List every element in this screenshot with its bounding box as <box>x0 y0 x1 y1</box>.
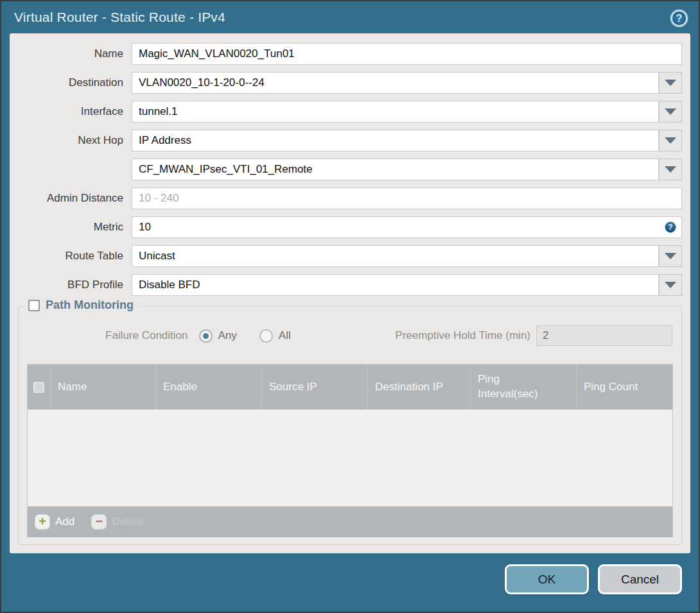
route-table-label: Route Table <box>10 245 132 267</box>
chevron-down-icon <box>665 80 676 86</box>
destination-label: Destination <box>10 72 132 94</box>
destination-row: Destination <box>10 72 690 94</box>
chevron-down-icon <box>665 108 676 115</box>
radio-unselected-icon <box>259 329 273 343</box>
column-header-ping-count: Ping Count <box>577 365 672 410</box>
title-bar: Virtual Router - Static Route - IPv4 ? <box>1 1 699 33</box>
preemptive-hold-time-label: Preemptive Hold Time (min) <box>395 329 530 342</box>
chevron-down-icon <box>665 137 676 144</box>
dialog-button-bar: OK Cancel <box>505 564 682 594</box>
route-table-row: Route Table <box>10 245 690 267</box>
next-hop-address-input[interactable] <box>132 159 659 180</box>
select-all-header-cell <box>28 365 51 410</box>
chevron-down-icon <box>665 253 676 259</box>
bfd-profile-label: BFD Profile <box>10 274 132 296</box>
column-header-enable: Enable <box>156 365 262 410</box>
add-button-label: Add <box>55 515 74 528</box>
bfd-profile-input[interactable] <box>132 274 659 296</box>
column-header-name: Name <box>51 365 156 410</box>
chevron-down-icon <box>665 166 676 173</box>
next-hop-address-row <box>10 159 690 180</box>
metric-help-icon[interactable]: ? <box>665 221 676 233</box>
path-monitoring-group: Path Monitoring Failure Condition Any Al… <box>18 306 682 545</box>
metric-row: Metric ? <box>10 216 690 238</box>
path-monitoring-legend: Path Monitoring <box>24 298 138 312</box>
next-hop-type-input[interactable] <box>132 130 659 151</box>
column-header-source-ip: Source IP <box>262 365 368 410</box>
interface-dropdown-button[interactable] <box>659 101 682 123</box>
metric-label: Metric <box>10 216 132 238</box>
failure-condition-label: Failure Condition <box>105 329 188 342</box>
failure-condition-all-label: All <box>279 329 291 342</box>
column-header-destination-ip: Destination IP <box>368 365 471 410</box>
metric-input[interactable] <box>132 216 682 238</box>
interface-input[interactable] <box>132 101 659 123</box>
route-table-dropdown-button[interactable] <box>659 245 682 267</box>
chevron-down-icon <box>665 282 676 288</box>
next-hop-address-dropdown-button[interactable] <box>659 159 682 180</box>
path-monitoring-table: Name Enable Source IP Destination IP Pin… <box>27 364 673 537</box>
bfd-profile-row: BFD Profile <box>10 274 690 296</box>
ok-button[interactable]: OK <box>505 564 589 594</box>
add-plus-icon: + <box>35 514 50 530</box>
name-input[interactable] <box>132 43 682 65</box>
destination-input[interactable] <box>132 72 659 94</box>
failure-condition-any-label: Any <box>218 329 237 342</box>
interface-row: Interface <box>10 101 690 123</box>
dialog-body: Name Destination Interface Next Hop <box>10 33 690 553</box>
path-monitoring-title: Path Monitoring <box>46 298 134 312</box>
interface-label: Interface <box>10 101 132 123</box>
route-table-input[interactable] <box>132 245 659 267</box>
admin-distance-label: Admin Distance <box>10 187 132 209</box>
failure-condition-any-radio[interactable]: Any <box>199 329 237 343</box>
delete-minus-icon: − <box>91 514 107 530</box>
help-icon[interactable]: ? <box>670 10 688 27</box>
next-hop-row: Next Hop <box>10 130 690 151</box>
admin-distance-row: Admin Distance <box>10 187 690 209</box>
name-row: Name <box>10 43 690 65</box>
next-hop-type-dropdown-button[interactable] <box>659 130 682 151</box>
add-button[interactable]: + Add <box>35 514 74 530</box>
next-hop-label: Next Hop <box>10 130 132 151</box>
bfd-profile-dropdown-button[interactable] <box>659 274 682 296</box>
radio-selected-icon <box>199 329 213 343</box>
destination-dropdown-button[interactable] <box>659 72 682 94</box>
path-monitoring-checkbox[interactable] <box>28 300 40 311</box>
table-footer-bar: + Add − Delete <box>28 506 672 537</box>
preemptive-hold-time-input[interactable] <box>536 325 672 346</box>
table-header-row: Name Enable Source IP Destination IP Pin… <box>28 365 672 410</box>
admin-distance-input[interactable] <box>132 187 682 209</box>
failure-condition-all-radio[interactable]: All <box>259 329 291 343</box>
column-header-ping-interval: Ping Interval(sec) <box>471 365 577 410</box>
cancel-button[interactable]: Cancel <box>598 564 682 594</box>
name-label: Name <box>10 43 132 65</box>
failure-condition-row: Failure Condition Any All Preemptive Hol… <box>19 325 681 347</box>
static-route-dialog: Virtual Router - Static Route - IPv4 ? N… <box>0 0 700 613</box>
delete-button[interactable]: − Delete <box>91 514 143 530</box>
dialog-title: Virtual Router - Static Route - IPv4 <box>14 10 225 25</box>
delete-button-label: Delete <box>112 515 143 528</box>
table-body-empty <box>28 410 672 506</box>
select-all-checkbox[interactable] <box>33 382 44 393</box>
next-hop-address-label <box>10 159 132 180</box>
